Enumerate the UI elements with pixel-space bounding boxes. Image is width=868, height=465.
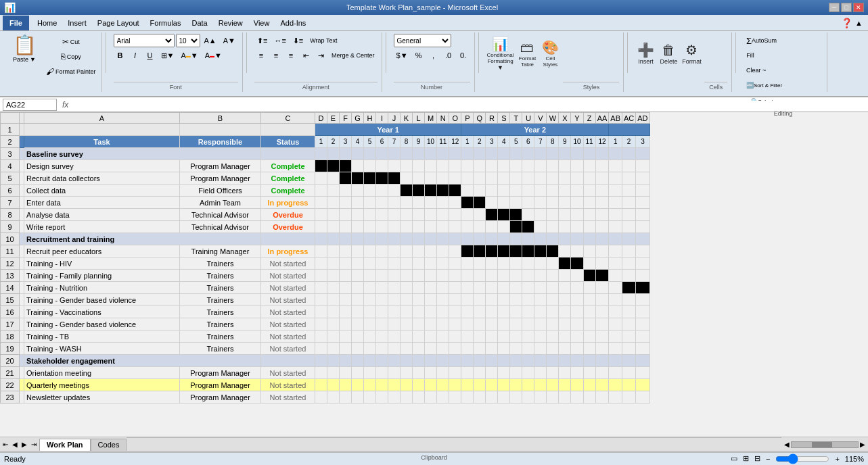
number-group: General $▼ % , .0 0. Number bbox=[390, 32, 475, 92]
delete-btn[interactable]: 🗑 Delete bbox=[658, 34, 679, 73]
fill-btn[interactable]: Fill bbox=[744, 49, 757, 62]
insert-menu[interactable]: Insert bbox=[62, 16, 92, 30]
font-size-select[interactable]: 10 bbox=[176, 34, 200, 47]
table-row[interactable]: 2TaskResponsibleStatus123456789101112123… bbox=[1, 136, 650, 148]
increase-decimal-btn[interactable]: .0 bbox=[442, 49, 455, 62]
copy-icon: ⎘ bbox=[61, 52, 66, 62]
sep5 bbox=[627, 32, 628, 73]
help-icon[interactable]: ❓ bbox=[841, 18, 852, 28]
accounting-btn[interactable]: $▼ bbox=[394, 49, 411, 62]
underline-button[interactable]: U bbox=[143, 49, 157, 62]
align-right-btn[interactable]: ≡ bbox=[284, 49, 298, 62]
number-format-select[interactable]: General bbox=[394, 34, 451, 47]
font-family-select[interactable]: Arial bbox=[114, 34, 175, 47]
minimize-btn[interactable]: ─ bbox=[829, 3, 840, 12]
cell-reference-box[interactable] bbox=[3, 99, 57, 111]
table-row[interactable]: 17Training - Gender based violenceTraine… bbox=[1, 318, 650, 331]
addins-menu[interactable]: Add-Ins bbox=[275, 16, 311, 30]
paste-dropdown[interactable]: ▼ bbox=[30, 56, 36, 63]
font-color-btn[interactable]: A▬▼ bbox=[202, 49, 225, 62]
menu-bar: File Home Insert Page Layout Formulas Da… bbox=[0, 15, 868, 31]
bold-button[interactable]: B bbox=[114, 49, 127, 62]
wrap-text-btn[interactable]: Wrap Text bbox=[307, 34, 340, 47]
table-row[interactable]: 1Year 1Year 2 bbox=[1, 124, 650, 136]
sort-filter-btn[interactable]: 🔤Sort & Filter bbox=[744, 78, 785, 92]
data-menu[interactable]: Data bbox=[186, 16, 212, 30]
cut-button[interactable]: ✂ Cut bbox=[43, 35, 99, 49]
formula-input[interactable] bbox=[74, 101, 865, 109]
fill-color-btn[interactable]: A▬▼ bbox=[178, 49, 200, 62]
decrease-font-btn[interactable]: A▼ bbox=[221, 34, 238, 47]
table-row[interactable]: 22Quarterly meetingsProgram ManagerNot s… bbox=[1, 379, 650, 391]
increase-font-btn[interactable]: A▲ bbox=[202, 34, 219, 47]
sheet-nav-first[interactable]: ⇤ bbox=[1, 441, 9, 448]
restore-btn[interactable]: □ bbox=[841, 3, 852, 12]
sheet-nav-last[interactable]: ⇥ bbox=[30, 441, 38, 448]
format-btn[interactable]: ⚙ Format bbox=[681, 34, 702, 73]
editing-group: Σ AutoSum Fill Clear ~ 🔤Sort & Filter 🔍S… bbox=[739, 32, 827, 92]
table-row[interactable]: 11Recruit peer educatorsTraining Manager… bbox=[1, 245, 650, 258]
ribbon: 📋 Paste ▼ ✂ Cut ⎘ Copy 🖌 Format Painter … bbox=[0, 31, 868, 97]
sheet-nav-next[interactable]: ▶ bbox=[20, 441, 28, 448]
table-row[interactable]: 10Recruitment and training bbox=[1, 233, 650, 245]
format-as-table-btn[interactable]: 🗃 Format Table bbox=[517, 34, 537, 73]
align-center-btn[interactable]: ≡ bbox=[269, 49, 283, 62]
table-row[interactable]: 3Baseline survey bbox=[1, 148, 650, 160]
table-row[interactable]: 15Training - Gender based violenceTraine… bbox=[1, 294, 650, 306]
sheet-tab-workplan[interactable]: Work Plan bbox=[39, 439, 91, 451]
review-menu[interactable]: Review bbox=[213, 16, 248, 30]
sheet-tabs-bar: ⇤ ◀ ▶ ⇥ Work Plan Codes ◀ ▶ bbox=[0, 437, 868, 451]
table-row[interactable]: 18Training - TBTrainersNot started bbox=[1, 331, 650, 343]
table-row[interactable]: 14Training - NutritionTrainersNot starte… bbox=[1, 282, 650, 294]
decrease-decimal-btn[interactable]: 0. bbox=[457, 49, 470, 62]
table-row[interactable]: 21Orientation meetingProgram ManagerNot … bbox=[1, 367, 650, 379]
paste-button[interactable]: 📋 bbox=[13, 34, 37, 56]
copy-button[interactable]: ⎘ Copy bbox=[43, 50, 99, 64]
table-row[interactable]: 6Collect dataField OfficersComplete bbox=[1, 185, 650, 197]
view-menu[interactable]: View bbox=[248, 16, 275, 30]
percent-btn[interactable]: % bbox=[412, 49, 426, 62]
table-row[interactable]: 7Enter dataAdmin TeamIn progress bbox=[1, 197, 650, 209]
decrease-indent-btn[interactable]: ⇤ bbox=[299, 49, 313, 62]
align-left-btn[interactable]: ≡ bbox=[254, 49, 268, 62]
table-row[interactable]: 9Write reportTechnical AdvisorOverdue bbox=[1, 221, 650, 233]
table-row[interactable]: 5Recruit data collectorsProgram ManagerC… bbox=[1, 172, 650, 185]
sep3 bbox=[386, 32, 386, 73]
align-middle-btn[interactable]: ↔≡ bbox=[271, 34, 288, 47]
h-scroll-thumb[interactable] bbox=[812, 442, 832, 447]
align-bottom-btn[interactable]: ⬇≡ bbox=[290, 34, 306, 47]
table-row[interactable]: 13Training - Family planningTrainersNot … bbox=[1, 270, 650, 282]
file-menu[interactable]: File bbox=[3, 16, 29, 30]
table-row[interactable]: 4Design surveyProgram ManagerComplete bbox=[1, 160, 650, 172]
italic-button[interactable]: I bbox=[129, 49, 142, 62]
table-row[interactable]: 16Training - VaccinationsTrainersNot sta… bbox=[1, 306, 650, 318]
autosum-btn[interactable]: Σ AutoSum bbox=[744, 34, 779, 47]
sheet-nav-prev[interactable]: ◀ bbox=[11, 441, 19, 448]
sheet-tab-codes[interactable]: Codes bbox=[91, 439, 127, 451]
table-row[interactable]: 8Analyse dataTechnical AdvisorOverdue bbox=[1, 209, 650, 221]
formulas-menu[interactable]: Formulas bbox=[145, 16, 187, 30]
merge-center-btn[interactable]: Merge & Center bbox=[329, 49, 378, 62]
table-row[interactable]: 19Training - WASHTrainersNot started bbox=[1, 343, 650, 355]
h-scroll-right[interactable]: ▶ bbox=[860, 441, 865, 448]
paste-area: 📋 Paste ▼ bbox=[5, 34, 43, 63]
h-scrollbar[interactable] bbox=[791, 441, 859, 448]
conditional-formatting-btn[interactable]: 📊 Conditional Formatting ▼ bbox=[486, 34, 515, 73]
year2-header: Year 2 bbox=[461, 124, 609, 136]
table-row[interactable]: 20Stakeholder engagement bbox=[1, 355, 650, 367]
comma-btn[interactable]: , bbox=[427, 49, 440, 62]
close-btn[interactable]: ✕ bbox=[853, 3, 864, 12]
insert-btn[interactable]: ➕ Insert bbox=[635, 34, 656, 73]
page-layout-menu[interactable]: Page Layout bbox=[92, 16, 145, 30]
clear-btn[interactable]: Clear ~ bbox=[744, 64, 769, 77]
format-painter-button[interactable]: 🖌 Format Painter bbox=[43, 65, 99, 78]
minimize-ribbon-icon[interactable]: ▲ bbox=[855, 19, 863, 27]
home-menu[interactable]: Home bbox=[32, 16, 62, 30]
border-button[interactable]: ⊞▼ bbox=[158, 49, 177, 62]
h-scroll-left[interactable]: ◀ bbox=[784, 441, 790, 448]
table-row[interactable]: 12Training - HIVTrainersNot started bbox=[1, 258, 650, 270]
cell-styles-btn[interactable]: 🎨 Cell Styles bbox=[540, 34, 560, 73]
align-top-btn[interactable]: ⬆≡ bbox=[254, 34, 270, 47]
increase-indent-btn[interactable]: ⇥ bbox=[314, 49, 327, 62]
table-row[interactable]: 23Newsletter updatesProgram ManagerNot s… bbox=[1, 391, 650, 403]
